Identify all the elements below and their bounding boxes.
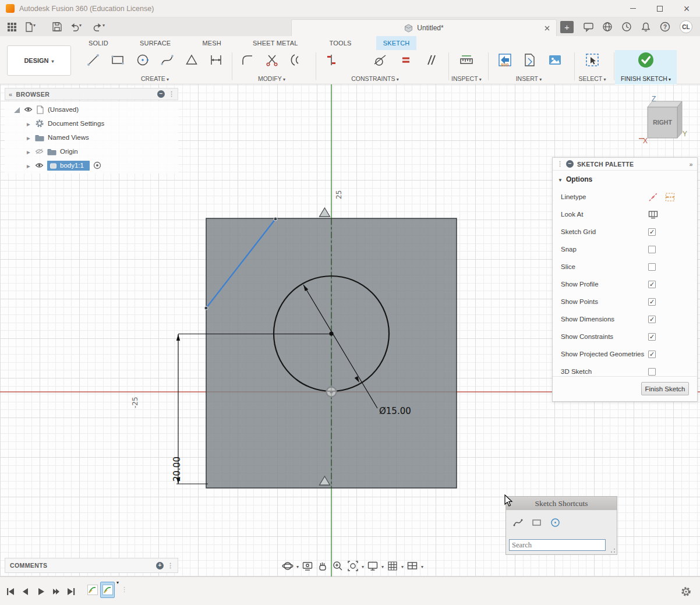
group-constraints-label[interactable]: CONSTRAINTS xyxy=(318,75,432,82)
insert-derive-icon[interactable] xyxy=(522,52,538,68)
show-projected-geometries-checkbox[interactable] xyxy=(648,351,656,358)
centerline-linetype-icon[interactable] xyxy=(665,192,675,202)
step-back-button[interactable] xyxy=(20,586,31,597)
circle-tool-icon[interactable] xyxy=(135,52,150,68)
viewports-icon[interactable] xyxy=(406,560,419,572)
select-tool-icon[interactable] xyxy=(585,52,600,68)
show-dimensions-checkbox[interactable] xyxy=(648,316,656,323)
show-profile-checkbox[interactable] xyxy=(648,281,656,288)
viewports-caret-icon[interactable] xyxy=(421,562,423,570)
expand-caret-icon[interactable] xyxy=(26,148,31,155)
avatar[interactable]: CL xyxy=(680,20,692,33)
timeline-feature-sketch2-selected[interactable] xyxy=(100,582,115,598)
tree-item-document[interactable]: (Unsaved) xyxy=(5,102,178,116)
close-button[interactable] xyxy=(673,0,700,17)
snap-checkbox[interactable] xyxy=(648,246,656,253)
viewcube[interactable]: Z RIGHT X Y xyxy=(638,92,691,146)
expand-caret-icon[interactable] xyxy=(26,120,31,127)
tree-item-body-selected[interactable]: body1:1 xyxy=(47,161,90,171)
group-create-label[interactable]: CREATE xyxy=(79,75,231,82)
look-at-icon[interactable] xyxy=(301,560,314,572)
skip-to-end-button[interactable] xyxy=(65,586,77,597)
tree-item-named-views[interactable]: Named Views xyxy=(5,130,178,144)
design-dropdown[interactable]: DESIGN xyxy=(7,45,71,76)
look-at-icon[interactable] xyxy=(648,210,658,219)
tab-sheet-metal[interactable]: SHEET METAL xyxy=(246,36,305,50)
expand-caret-icon[interactable] xyxy=(26,134,31,141)
app-grid-icon[interactable] xyxy=(5,20,19,33)
comments-bar[interactable]: COMMENTS xyxy=(5,558,178,573)
grid-settings-caret-icon[interactable] xyxy=(401,562,404,570)
tab-sketch[interactable]: SKETCH xyxy=(376,36,417,50)
tab-tools[interactable]: TOOLS xyxy=(323,36,359,50)
spline-shortcut-icon[interactable] xyxy=(513,518,523,527)
horizontal-vertical-constraint-icon[interactable] xyxy=(324,52,339,68)
undo-caret-icon[interactable] xyxy=(79,20,86,33)
trim-tool-icon[interactable] xyxy=(264,52,280,68)
group-finish-sketch-label[interactable]: FINISH SKETCH xyxy=(615,75,677,82)
pan-icon[interactable] xyxy=(316,560,329,572)
play-button[interactable] xyxy=(35,586,47,597)
parallel-constraint-icon[interactable] xyxy=(423,52,439,68)
maximize-button[interactable] xyxy=(646,0,673,17)
zoom-icon[interactable] xyxy=(331,560,344,572)
comment-icon[interactable] xyxy=(581,20,595,33)
group-modify-label[interactable]: MODIFY xyxy=(235,75,308,82)
group-inspect-label[interactable]: INSPECT xyxy=(449,75,484,82)
new-tab-button[interactable] xyxy=(560,21,574,33)
display-settings-icon[interactable] xyxy=(366,560,379,572)
rectangle-tool-icon[interactable] xyxy=(110,52,125,68)
globe-icon[interactable] xyxy=(600,20,614,33)
orbit-icon[interactable] xyxy=(281,560,294,572)
sketch-point[interactable] xyxy=(274,217,277,221)
options-expand-icon[interactable] xyxy=(558,175,563,183)
help-icon[interactable]: ? xyxy=(658,20,672,33)
visibility-eye-off-icon[interactable] xyxy=(35,148,44,154)
timeline-grip-icon[interactable] xyxy=(121,585,127,593)
zoom-fit-icon[interactable] xyxy=(347,560,359,572)
orbit-caret-icon[interactable] xyxy=(296,562,299,570)
save-icon[interactable] xyxy=(50,20,64,33)
palette-options-header[interactable]: Options xyxy=(553,171,697,188)
tree-item-origin[interactable]: Origin xyxy=(5,144,178,158)
viewcube-top-face[interactable] xyxy=(648,101,682,107)
group-insert-label[interactable]: INSERT xyxy=(490,75,567,82)
sketch-shortcuts-title[interactable]: Sketch Shortcuts xyxy=(506,497,617,510)
group-select-label[interactable]: SELECT xyxy=(575,75,609,82)
finish-sketch-icon[interactable] xyxy=(637,51,655,69)
tab-solid[interactable]: SOLID xyxy=(82,36,115,50)
circle-shortcut-icon[interactable] xyxy=(550,518,560,528)
3d-sketch-checkbox[interactable] xyxy=(648,368,656,376)
bell-icon[interactable] xyxy=(639,20,653,33)
step-forward-button[interactable] xyxy=(50,586,62,597)
comments-grip-icon[interactable] xyxy=(167,562,173,569)
construction-linetype-icon[interactable] xyxy=(648,192,658,202)
zoom-fit-caret-icon[interactable] xyxy=(362,562,364,570)
document-tab-close-icon[interactable] xyxy=(542,23,551,33)
slice-checkbox[interactable] xyxy=(648,263,656,271)
spline-tool-icon[interactable] xyxy=(160,52,175,68)
browser-collapse-icon[interactable] xyxy=(9,91,13,98)
fillet-tool-icon[interactable] xyxy=(240,52,255,68)
tangent-constraint-icon[interactable] xyxy=(373,52,388,68)
finish-sketch-button[interactable]: Finish Sketch xyxy=(641,382,689,395)
shortcuts-resize-grip[interactable] xyxy=(610,548,616,553)
minimize-button[interactable] xyxy=(620,0,646,17)
symmetry-constraint-icon[interactable] xyxy=(320,208,330,217)
visibility-eye-icon[interactable] xyxy=(35,162,44,168)
tab-mesh[interactable]: MESH xyxy=(195,36,228,50)
add-comment-icon[interactable] xyxy=(156,562,164,569)
show-constraints-checkbox[interactable] xyxy=(648,333,656,341)
tab-surface[interactable]: SURFACE xyxy=(133,36,178,50)
browser-display-toggle-icon[interactable] xyxy=(157,90,165,98)
palette-collapse-icon[interactable] xyxy=(690,161,693,168)
insert-image-icon[interactable] xyxy=(547,52,563,68)
palette-menu-icon[interactable] xyxy=(566,160,574,168)
visibility-eye-icon[interactable] xyxy=(24,107,33,112)
offset-tool-icon[interactable] xyxy=(289,52,304,68)
palette-header[interactable]: SKETCH PALETTE xyxy=(553,158,697,171)
sketch-grid-checkbox[interactable] xyxy=(648,228,656,236)
clock-icon[interactable] xyxy=(620,20,634,33)
browser-grip-icon[interactable] xyxy=(168,90,174,98)
activate-radio-icon[interactable] xyxy=(93,161,101,169)
